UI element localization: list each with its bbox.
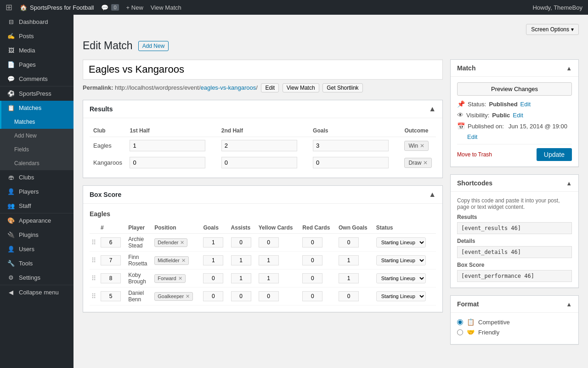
position-remove[interactable]: ✕ xyxy=(181,258,186,264)
format-friendly-radio[interactable] xyxy=(457,329,463,335)
format-toggle[interactable]: ▲ xyxy=(566,301,572,308)
update-button[interactable]: Update xyxy=(537,148,572,161)
status-select[interactable]: Starting Lineup Substitute xyxy=(376,255,426,265)
sidebar-subitem-fields[interactable]: Fields xyxy=(0,143,74,156)
preview-changes-button[interactable]: Preview Changes xyxy=(457,82,572,96)
player-number-input[interactable] xyxy=(101,273,121,283)
staff-icon: 👥 xyxy=(7,202,15,209)
status-select[interactable]: Starting Lineup Substitute xyxy=(376,291,426,301)
assists-input[interactable] xyxy=(231,255,251,265)
sidebar-subitem-calendars[interactable]: Calendars xyxy=(0,156,74,170)
sidebar-item-media[interactable]: 🖼 Media xyxy=(0,43,74,58)
sidebar-item-plugins[interactable]: 🔌 Plugins xyxy=(0,228,74,242)
kangaroos-outcome-remove[interactable]: ✕ xyxy=(423,160,428,166)
sidebar-item-posts[interactable]: ✍ Posts xyxy=(0,29,74,43)
player-number-input[interactable] xyxy=(101,255,121,265)
permalink-slug[interactable]: eagles-vs-kangaroos xyxy=(201,84,256,91)
cell-player: KobyBrough xyxy=(126,270,153,288)
kangaroos-half2-input[interactable] xyxy=(221,157,297,168)
friendly-label[interactable]: Friendly xyxy=(478,329,499,336)
format-competitive-radio[interactable] xyxy=(457,319,463,325)
eagles-half2-input[interactable] xyxy=(221,140,297,151)
yellow-input[interactable] xyxy=(259,273,279,283)
get-shortlink-button[interactable]: Get Shortlink xyxy=(322,83,362,92)
sidebar-item-pages[interactable]: 📄 Pages xyxy=(0,58,74,72)
sidebar-item-collapse[interactable]: ◀ Collapse menu xyxy=(0,285,74,299)
sidebar-item-dashboard[interactable]: ⊟ Dashboard xyxy=(0,15,74,29)
sidebar-item-staff[interactable]: 👥 Staff xyxy=(0,199,74,213)
position-remove[interactable]: ✕ xyxy=(186,293,190,299)
move-to-trash-link[interactable]: Move to Trash xyxy=(457,151,492,158)
competitive-label[interactable]: Competitive xyxy=(478,319,510,326)
drag-handle[interactable]: ⠿ xyxy=(91,239,96,246)
permalink-edit-button[interactable]: Edit xyxy=(261,83,279,92)
published-edit-link[interactable]: Edit xyxy=(467,133,477,140)
sidebar-subitem-matches[interactable]: Matches xyxy=(0,115,74,129)
own-goals-input[interactable] xyxy=(339,273,359,283)
goals-input[interactable] xyxy=(203,255,223,265)
results-toggle[interactable]: ▲ xyxy=(429,105,436,113)
sidebar-item-users[interactable]: 👤 Users xyxy=(0,242,74,256)
drag-handle[interactable]: ⠿ xyxy=(91,257,96,264)
visibility-edit-link[interactable]: Edit xyxy=(513,112,523,119)
assists-input[interactable] xyxy=(231,273,251,283)
own-goals-input[interactable] xyxy=(339,291,359,301)
eagles-outcome-remove[interactable]: ✕ xyxy=(420,143,424,149)
sidebar-subitem-add-new[interactable]: Add New xyxy=(0,129,74,143)
position-remove[interactable]: ✕ xyxy=(178,276,182,282)
calendar-icon: 📅 xyxy=(457,122,465,130)
screen-options-button[interactable]: Screen Options ▾ xyxy=(526,24,579,35)
add-new-button[interactable]: Add New xyxy=(138,41,169,51)
shortcodes-toggle[interactable]: ▲ xyxy=(566,180,572,187)
own-goals-input[interactable] xyxy=(339,255,359,265)
visibility-label: Visibility: xyxy=(466,112,489,119)
red-input[interactable] xyxy=(302,291,322,301)
results-shortcode-code[interactable]: [event_results 46] xyxy=(457,222,572,234)
sidebar-item-tools[interactable]: 🔧 Tools xyxy=(0,256,74,270)
own-goals-input[interactable] xyxy=(339,237,359,247)
view-match-button[interactable]: View Match xyxy=(283,83,319,92)
publish-toggle[interactable]: ▲ xyxy=(566,65,572,72)
boxscore-shortcode-code[interactable]: [event_performance 46] xyxy=(457,270,572,282)
kangaroos-goals-input[interactable] xyxy=(313,157,389,168)
sidebar-item-players[interactable]: 👤 Players xyxy=(0,184,74,199)
yellow-input[interactable] xyxy=(259,237,279,247)
red-input[interactable] xyxy=(302,237,322,247)
status-edit-link[interactable]: Edit xyxy=(520,101,531,108)
player-number-input[interactable] xyxy=(101,237,121,247)
player-number-input[interactable] xyxy=(101,291,121,301)
red-input[interactable] xyxy=(302,273,322,283)
sidebar-item-comments[interactable]: 💬 Comments xyxy=(0,72,74,86)
goals-input[interactable] xyxy=(203,291,223,301)
details-shortcode-code[interactable]: [event_details 46] xyxy=(457,246,572,258)
assists-input[interactable] xyxy=(231,291,251,301)
goals-input[interactable] xyxy=(203,237,223,247)
status-select[interactable]: Starting Lineup Substitute xyxy=(376,273,426,283)
red-input[interactable] xyxy=(302,255,322,265)
yellow-input[interactable] xyxy=(259,291,279,301)
new-content-link[interactable]: + New xyxy=(126,4,143,11)
format-option-competitive: 📋 Competitive xyxy=(457,318,572,326)
edit-sidebar: Match ▲ Preview Changes 📌 Status: Publis… xyxy=(450,59,579,352)
position-remove[interactable]: ✕ xyxy=(180,240,184,246)
site-name[interactable]: 🏠 SportsPress for Football xyxy=(20,4,94,11)
view-match-link[interactable]: View Match xyxy=(151,4,181,11)
comments-link[interactable]: 💬 0 xyxy=(101,4,119,11)
drag-handle[interactable]: ⠿ xyxy=(91,293,96,300)
eagles-goals-input[interactable] xyxy=(313,140,389,151)
yellow-input[interactable] xyxy=(259,255,279,265)
sidebar-item-appearance[interactable]: 🎨 Appearance xyxy=(0,213,74,228)
sidebar-item-sportspress[interactable]: ⚽ SportsPress xyxy=(0,86,74,101)
assists-input[interactable] xyxy=(231,237,251,247)
status-select[interactable]: Starting Lineup Substitute xyxy=(376,237,426,247)
sidebar-label: Media xyxy=(19,47,35,54)
sidebar-item-matches[interactable]: 📋 Matches xyxy=(0,101,74,115)
sidebar-item-settings[interactable]: ⚙ Settings xyxy=(0,270,74,285)
drag-handle[interactable]: ⠿ xyxy=(91,275,96,282)
match-title-input[interactable] xyxy=(83,59,443,80)
eagles-half1-input[interactable] xyxy=(130,140,205,151)
kangaroos-half1-input[interactable] xyxy=(130,157,205,168)
goals-input[interactable] xyxy=(203,273,223,283)
boxscore-toggle[interactable]: ▲ xyxy=(429,190,436,199)
sidebar-item-clubs[interactable]: 🏟 Clubs xyxy=(0,170,74,184)
